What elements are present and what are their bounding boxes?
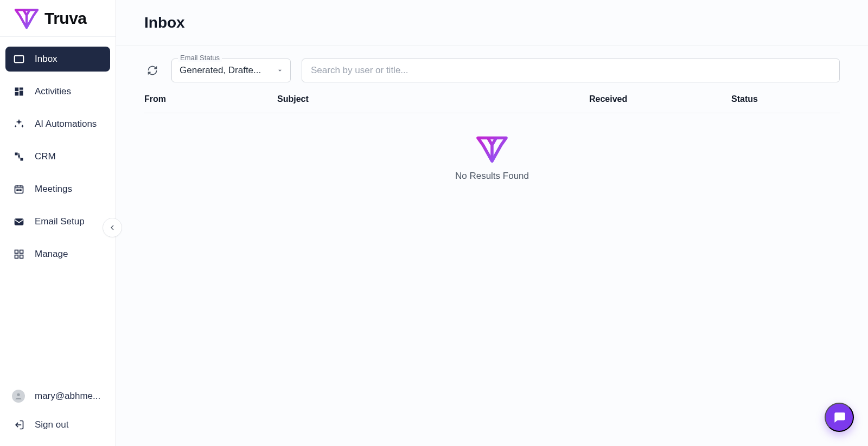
- sidebar: Truva Inbox Activities AI Auto: [0, 0, 116, 446]
- mail-icon: [13, 216, 25, 228]
- sidebar-item-label: Inbox: [35, 54, 58, 64]
- avatar-icon: [12, 390, 25, 403]
- sidebar-item-ai-automations[interactable]: AI Automations: [5, 112, 110, 137]
- brand-name: Truva: [44, 9, 87, 28]
- email-status-label: Email Status: [178, 54, 222, 62]
- sidebar-item-meetings[interactable]: Meetings: [5, 177, 110, 202]
- filter-row: Email Status Generated, Drafte...: [144, 59, 840, 82]
- chat-widget-button[interactable]: [825, 403, 854, 432]
- brand-area: Truva: [0, 0, 116, 37]
- column-status: Status: [731, 94, 840, 104]
- svg-rect-18: [20, 250, 23, 254]
- refresh-button[interactable]: [144, 62, 161, 79]
- chevron-down-icon: [275, 66, 285, 75]
- empty-state: No Results Found: [144, 113, 840, 203]
- svg-rect-7: [20, 91, 23, 95]
- sidebar-item-label: Manage: [35, 249, 68, 260]
- sidebar-item-inbox[interactable]: Inbox: [5, 47, 110, 72]
- sidebar-item-label: CRM: [35, 151, 56, 162]
- svg-rect-6: [20, 88, 23, 90]
- search-input[interactable]: [302, 59, 840, 82]
- page-title: Inbox: [144, 14, 185, 31]
- svg-rect-5: [15, 88, 19, 92]
- table-header: From Subject Received Status: [144, 82, 840, 113]
- empty-message: No Results Found: [455, 171, 529, 182]
- empty-logo-icon: [475, 135, 509, 163]
- sidebar-item-crm[interactable]: CRM: [5, 144, 110, 169]
- svg-rect-16: [15, 219, 23, 225]
- svg-point-21: [17, 393, 20, 396]
- nodes-icon: [13, 151, 25, 163]
- main: Inbox Email Status Generated, Drafte...: [116, 0, 868, 446]
- sidebar-item-email-setup[interactable]: Email Setup: [5, 209, 110, 234]
- svg-rect-9: [15, 153, 18, 156]
- svg-point-15: [21, 190, 22, 191]
- sidebar-item-label: Meetings: [35, 184, 72, 195]
- page-header: Inbox: [116, 0, 868, 46]
- refresh-icon: [147, 65, 158, 76]
- sparkles-icon: [13, 118, 25, 130]
- chat-icon: [832, 410, 846, 424]
- sidebar-bottom: mary@abhme... Sign out: [0, 380, 116, 446]
- user-email: mary@abhme...: [35, 391, 100, 402]
- svg-point-14: [18, 190, 20, 191]
- sidebar-nav: Inbox Activities AI Automations CRM: [0, 37, 116, 271]
- sign-out-icon: [13, 419, 25, 431]
- svg-rect-10: [21, 158, 23, 161]
- column-received: Received: [589, 94, 731, 104]
- svg-rect-4: [16, 57, 22, 61]
- sidebar-item-manage[interactable]: Manage: [5, 242, 110, 267]
- sidebar-collapse-button[interactable]: [103, 218, 122, 237]
- svg-point-13: [17, 190, 18, 191]
- email-status-select[interactable]: Email Status Generated, Drafte...: [171, 59, 291, 82]
- sidebar-item-label: AI Automations: [35, 119, 97, 130]
- search-wrap: [302, 59, 840, 82]
- svg-rect-20: [20, 255, 23, 258]
- sidebar-item-label: Email Setup: [35, 216, 85, 227]
- sidebar-item-activities[interactable]: Activities: [5, 79, 110, 104]
- inbox-icon: [13, 53, 25, 65]
- content: Email Status Generated, Drafte... From S…: [116, 46, 868, 203]
- user-account-row[interactable]: mary@abhme...: [5, 384, 110, 408]
- calendar-icon: [13, 183, 25, 195]
- grid-icon: [13, 248, 25, 260]
- column-from: From: [144, 94, 277, 104]
- svg-rect-8: [15, 92, 19, 96]
- sign-out-label: Sign out: [35, 419, 68, 430]
- svg-rect-19: [15, 255, 18, 258]
- brand-logo-icon: [14, 8, 39, 29]
- dashboard-icon: [13, 86, 25, 98]
- svg-rect-17: [15, 250, 18, 254]
- chevron-left-icon: [108, 223, 117, 232]
- email-status-value: Generated, Drafte...: [180, 65, 261, 76]
- sign-out-button[interactable]: Sign out: [5, 413, 110, 436]
- column-subject: Subject: [277, 94, 589, 104]
- sidebar-item-label: Activities: [35, 86, 71, 97]
